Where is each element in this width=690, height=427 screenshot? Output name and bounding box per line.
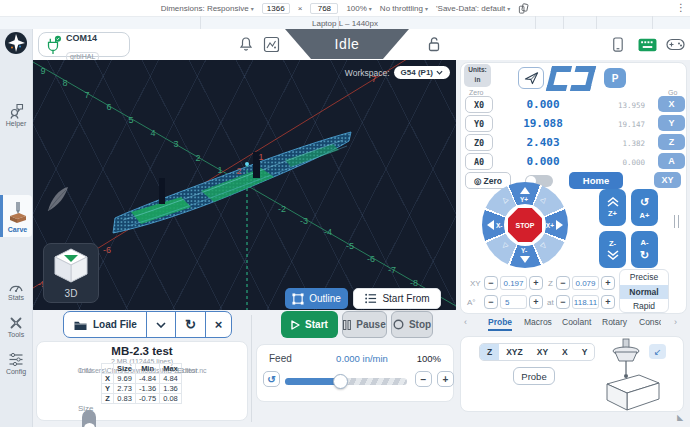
visualizer-3d-view[interactable]: 9 8 7 6 5 4 3 2 1 -2 -3 -4 -5 -6 -7 -8 -… bbox=[33, 60, 456, 310]
zero-a-button[interactable]: A0 bbox=[465, 153, 493, 170]
xy-step-increase[interactable]: + bbox=[529, 276, 543, 290]
tab-rotary[interactable]: Rotary bbox=[602, 317, 627, 327]
jog-z-plus-button[interactable]: Z+ bbox=[599, 189, 626, 226]
connection-status-button[interactable]: COM14 grblHAL bbox=[38, 32, 130, 57]
jog-a-plus-button[interactable]: ↺ A+ bbox=[631, 189, 658, 226]
job-preview-icon[interactable] bbox=[263, 36, 280, 53]
feed-reset-button[interactable]: ↺ bbox=[263, 371, 280, 387]
feed-override-slider[interactable] bbox=[285, 378, 407, 385]
svg-text:4: 4 bbox=[150, 128, 155, 138]
z-step-decrease[interactable]: − bbox=[556, 276, 570, 290]
reload-file-button[interactable]: ↻ bbox=[175, 312, 205, 337]
zero-z-button[interactable]: Z0 bbox=[465, 134, 493, 151]
viewport-height-input[interactable]: 768 bbox=[310, 3, 338, 14]
jog-stop-button[interactable]: STOP bbox=[505, 205, 545, 245]
sidebar-item-config[interactable]: Config bbox=[0, 350, 32, 375]
jog-a-minus-button[interactable]: A- ↻ bbox=[631, 231, 658, 268]
close-file-button[interactable]: × bbox=[205, 312, 232, 337]
jog-y-minus-label[interactable]: Y- bbox=[521, 247, 527, 254]
app-logo[interactable] bbox=[4, 31, 28, 59]
go-a-button[interactable]: A bbox=[658, 153, 685, 169]
jog-z-minus-button[interactable]: Z- bbox=[599, 231, 626, 268]
feed-decrease-button[interactable]: − bbox=[415, 371, 432, 387]
panel-resize-handle[interactable] bbox=[674, 215, 679, 228]
z-step-value[interactable]: 0.079 bbox=[572, 276, 599, 290]
zero-y-button[interactable]: Y0 bbox=[465, 115, 493, 132]
jog-x-plus-label[interactable]: X+ bbox=[546, 222, 554, 229]
go-xy-button[interactable]: XY bbox=[654, 172, 681, 188]
window-resize-grip[interactable]: ◢ bbox=[677, 413, 683, 422]
start-button[interactable]: Start bbox=[281, 311, 338, 338]
probe-axis-x[interactable]: X bbox=[555, 344, 575, 360]
go-x-button[interactable]: X bbox=[658, 96, 685, 112]
tab-probe[interactable]: Probe bbox=[488, 317, 512, 331]
load-file-button[interactable]: Load File bbox=[64, 312, 146, 337]
outline-button[interactable]: Outline bbox=[285, 288, 348, 309]
probe-start-button[interactable]: Probe bbox=[513, 367, 555, 385]
sidebar-item-carve[interactable]: Carve bbox=[0, 195, 32, 237]
sidebar-item-helper[interactable]: Helper bbox=[0, 101, 32, 127]
z-step-increase[interactable]: + bbox=[601, 276, 615, 290]
goto-location-button[interactable] bbox=[518, 67, 544, 89]
go-z-button[interactable]: Z bbox=[658, 134, 685, 150]
unlock-icon[interactable] bbox=[426, 35, 442, 53]
sidebar-item-tools[interactable]: Tools bbox=[0, 314, 32, 338]
jog-y-minus-arrow-icon[interactable] bbox=[520, 256, 530, 263]
home-button[interactable]: Home bbox=[569, 172, 623, 189]
jog-pad[interactable]: Y+ Y- X- X+ ▷ ▷ ▷ ▷ STOP bbox=[482, 182, 568, 268]
jog-feed-value[interactable]: 118.11 bbox=[572, 295, 599, 309]
viewport-width-input[interactable]: 1366 bbox=[262, 3, 290, 14]
probe-axis-xy[interactable]: XY bbox=[530, 344, 555, 360]
gamepad-icon[interactable] bbox=[666, 38, 685, 51]
probe-axis-xyz[interactable]: XYZ bbox=[499, 344, 530, 360]
jog-x-minus-label[interactable]: X- bbox=[496, 222, 503, 229]
rotate-device-icon[interactable] bbox=[518, 3, 529, 14]
devtools-savedata-select[interactable]: 'Save-Data': default ▾ bbox=[436, 4, 510, 13]
xy-step-decrease[interactable]: − bbox=[484, 276, 498, 290]
a-step-decrease[interactable]: − bbox=[484, 295, 498, 309]
tab-macros[interactable]: Macros bbox=[524, 317, 552, 327]
notifications-bell-icon[interactable] bbox=[238, 36, 254, 53]
devtools-dimensions-select[interactable]: Dimensions: Responsive ▾ bbox=[161, 4, 254, 13]
a-step-value[interactable]: 5 bbox=[500, 295, 527, 309]
view-cube-widget[interactable]: 3D bbox=[43, 243, 99, 303]
keyboard-shortcuts-icon[interactable] bbox=[638, 38, 657, 52]
devtools-zoom-select[interactable]: 100% ▾ bbox=[346, 4, 371, 13]
jog-y-plus-label[interactable]: Y+ bbox=[520, 196, 528, 203]
jog-diagonal-nw-icon[interactable]: ▷ bbox=[500, 195, 509, 204]
jog-diagonal-se-icon[interactable]: ▷ bbox=[539, 241, 548, 250]
stop-button[interactable]: Stop bbox=[391, 311, 433, 338]
speed-normal-button[interactable]: Normal bbox=[620, 285, 668, 300]
jog-diagonal-sw-icon[interactable]: ▷ bbox=[500, 241, 509, 250]
mobile-remote-icon[interactable] bbox=[610, 36, 625, 53]
devtools-throttling-select[interactable]: No throttling ▾ bbox=[380, 4, 428, 13]
xy-step-value[interactable]: 0.197 bbox=[500, 276, 527, 290]
jog-diagonal-ne-icon[interactable]: ▷ bbox=[539, 195, 548, 204]
tabs-scroll-left[interactable]: ‹ bbox=[464, 317, 467, 327]
tab-console[interactable]: Console bbox=[639, 317, 661, 327]
start-from-button[interactable]: Start From bbox=[353, 288, 441, 309]
probe-axis-z[interactable]: Z bbox=[480, 344, 499, 360]
zero-x-button[interactable]: X0 bbox=[465, 96, 493, 113]
jog-feed-increase[interactable]: + bbox=[601, 295, 615, 309]
devtools-more-menu-icon[interactable]: ⋮ bbox=[676, 2, 686, 13]
jog-y-plus-arrow-icon[interactable] bbox=[520, 187, 530, 194]
tabs-scroll-right[interactable]: › bbox=[674, 317, 677, 327]
jog-x-plus-arrow-icon[interactable] bbox=[556, 220, 563, 230]
lightweight-mode-feather-icon[interactable] bbox=[45, 184, 71, 218]
speed-precise-button[interactable]: Precise bbox=[620, 270, 668, 285]
pause-button[interactable]: Pause bbox=[342, 311, 387, 338]
slider-knob[interactable] bbox=[333, 374, 348, 389]
go-y-button[interactable]: Y bbox=[658, 115, 685, 131]
jog-feed-decrease[interactable]: − bbox=[556, 295, 570, 309]
feed-increase-button[interactable]: + bbox=[437, 371, 454, 387]
jog-x-minus-arrow-icon[interactable] bbox=[487, 220, 494, 230]
speed-rapid-button[interactable]: Rapid bbox=[620, 299, 668, 313]
workspace-select[interactable]: G54 (P1) bbox=[394, 66, 450, 79]
recent-files-dropdown-button[interactable] bbox=[146, 312, 175, 337]
sidebar-item-stats[interactable]: Stats bbox=[0, 277, 32, 301]
device-ruler[interactable]: Laptop L – 1440px bbox=[0, 16, 690, 29]
parking-button[interactable]: P bbox=[604, 68, 626, 88]
a-step-increase[interactable]: + bbox=[529, 295, 543, 309]
tab-coolant[interactable]: Coolant bbox=[562, 317, 591, 327]
